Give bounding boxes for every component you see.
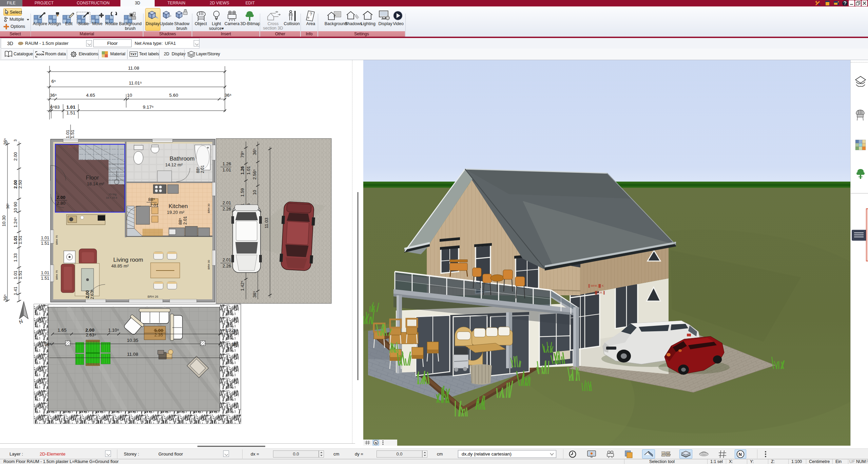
svg-text:2.01: 2.01 — [223, 257, 231, 262]
svg-text:10.35: 10.35 — [127, 338, 138, 343]
svg-text:1.41: 1.41 — [13, 286, 18, 295]
svg-text:11.08: 11.08 — [127, 352, 138, 357]
svg-text:ROOM: ROOM — [36, 53, 44, 56]
svg-text:2.50: 2.50 — [18, 180, 23, 188]
svg-text:?: ? — [310, 12, 312, 17]
svg-text:BRH 75: BRH 75 — [55, 235, 58, 245]
svg-text:1.65: 1.65 — [58, 328, 66, 333]
svg-text:11.03: 11.03 — [264, 218, 269, 228]
svg-text:BRH 30: BRH 30 — [207, 203, 210, 213]
svg-text:2.26: 2.26 — [223, 263, 231, 268]
svg-text:N: N — [375, 441, 377, 445]
svg-text:1.59: 1.59 — [240, 188, 245, 197]
svg-text:11.01⁵: 11.01⁵ — [129, 80, 142, 86]
svg-text:2.01: 2.01 — [200, 165, 205, 173]
svg-text:2.00: 2.00 — [85, 328, 94, 333]
svg-text:2.63⁵: 2.63⁵ — [90, 290, 95, 299]
svg-text:5.60: 5.60 — [169, 93, 178, 98]
svg-text:1.51: 1.51 — [70, 130, 75, 138]
svg-text:36⁵: 36⁵ — [6, 203, 10, 209]
svg-text:1.51: 1.51 — [41, 276, 49, 281]
svg-text:Living room: Living room — [113, 257, 143, 263]
svg-text:1.26: 1.26 — [240, 166, 245, 174]
svg-text:1.01: 1.01 — [13, 236, 18, 244]
svg-text:1.42⁵: 1.42⁵ — [240, 281, 245, 291]
svg-text:1.26: 1.26 — [223, 161, 231, 166]
svg-text:9.17⁵: 9.17⁵ — [143, 105, 154, 110]
svg-text:2.26: 2.26 — [223, 206, 231, 211]
svg-text:4.65: 4.65 — [86, 93, 95, 98]
svg-text:18.7 25.5: 18.7 25.5 — [106, 196, 117, 199]
svg-text:GRH 75: GRH 75 — [68, 145, 78, 148]
svg-text:36⁵: 36⁵ — [3, 294, 8, 301]
svg-text:▐▌UK▐: ▐▌UK▐ — [594, 291, 605, 295]
svg-text:1.01: 1.01 — [223, 167, 231, 172]
svg-text:88⁵: 88⁵ — [148, 197, 155, 202]
svg-text:36⁵: 36⁵ — [252, 148, 257, 155]
svg-text:2.80: 2.80 — [57, 201, 65, 206]
svg-text:36⁵: 36⁵ — [231, 342, 238, 347]
svg-text:6⁵: 6⁵ — [51, 79, 56, 84]
svg-text:6⁵83: 6⁵83 — [50, 105, 60, 110]
svg-text:1.01: 1.01 — [41, 271, 49, 275]
svg-text:2.01: 2.01 — [182, 216, 188, 225]
svg-text:1.01: 1.01 — [13, 271, 18, 279]
svg-text:2.00: 2.00 — [13, 180, 18, 188]
svg-text:1.01: 1.01 — [66, 105, 76, 110]
svg-text:88⁵: 88⁵ — [178, 218, 183, 225]
svg-text:10 90: 10 90 — [13, 202, 18, 213]
svg-text:2.00: 2.00 — [85, 290, 90, 298]
svg-text:15 Stg: 15 Stg — [109, 193, 116, 196]
svg-text:1.24⁵: 1.24⁵ — [13, 217, 18, 228]
svg-text:N: N — [739, 452, 742, 457]
svg-text:36⁵: 36⁵ — [252, 291, 257, 298]
svg-text:2.63⁵: 2.63⁵ — [86, 332, 96, 337]
svg-text:Bathroom: Bathroom — [170, 155, 195, 162]
svg-text:10.30: 10.30 — [1, 216, 6, 227]
svg-text:N: N — [18, 318, 24, 325]
svg-text:1.51: 1.51 — [66, 110, 75, 115]
svg-text:2.56⁵: 2.56⁵ — [252, 169, 257, 180]
svg-text:36⁵: 36⁵ — [50, 93, 57, 98]
svg-text:▌MHK▐▌K: ▌MHK▐▌K — [589, 284, 604, 288]
svg-text:3: 3 — [13, 140, 17, 142]
svg-text:48.85 m²: 48.85 m² — [111, 263, 129, 268]
svg-text:2.00: 2.00 — [13, 152, 18, 161]
svg-text:36⁵: 36⁵ — [44, 342, 51, 347]
svg-text:BRH 30: BRH 30 — [207, 260, 210, 270]
svg-text:1.01: 1.01 — [41, 236, 49, 240]
svg-text:19.20 m²: 19.20 m² — [167, 210, 185, 215]
svg-text:36⁵: 36⁵ — [3, 138, 8, 145]
svg-text:18.14 m²: 18.14 m² — [87, 181, 104, 186]
svg-text:11.08: 11.08 — [128, 66, 139, 71]
svg-text:1.51: 1.51 — [18, 271, 23, 279]
svg-text:1.01: 1.01 — [65, 130, 70, 138]
svg-text:2.00: 2.00 — [57, 195, 65, 200]
svg-text:1.51: 1.51 — [41, 241, 49, 246]
svg-text:10: 10 — [252, 190, 257, 195]
svg-text:10: 10 — [127, 93, 132, 98]
svg-text:2.01: 2.01 — [150, 203, 158, 208]
svg-text:Floor: Floor — [86, 174, 99, 181]
svg-text:1.51: 1.51 — [18, 236, 23, 244]
svg-text:2.35: 2.35 — [154, 332, 163, 337]
svg-text:14.12 m²: 14.12 m² — [165, 162, 183, 167]
svg-text:Kitchen: Kitchen — [169, 203, 188, 209]
svg-text:1.33: 1.33 — [13, 253, 18, 262]
svg-text:TXT: TXT — [131, 52, 137, 56]
svg-text:36⁵: 36⁵ — [225, 93, 232, 98]
svg-text:1.32⁵: 1.32⁵ — [225, 328, 236, 333]
svg-text:1.10⁵: 1.10⁵ — [108, 328, 119, 333]
svg-text:1.01: 1.01 — [246, 166, 251, 174]
svg-text:BRH 75: BRH 75 — [55, 270, 58, 280]
svg-text:2.01: 2.01 — [223, 200, 231, 205]
svg-text:79⁵: 79⁵ — [240, 151, 245, 158]
svg-text:88⁵: 88⁵ — [196, 167, 200, 173]
svg-text:BRH 26: BRH 26 — [148, 295, 158, 298]
